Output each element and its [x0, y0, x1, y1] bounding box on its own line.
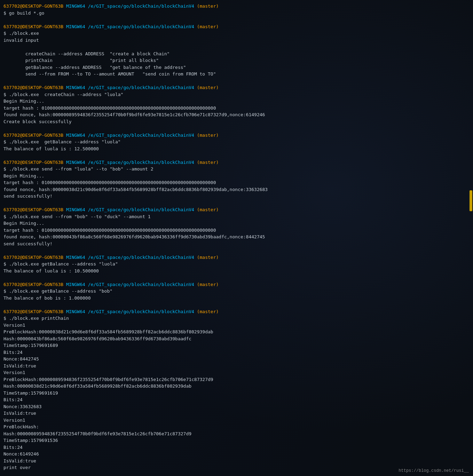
output-nonce-2: Nonce:33632683: [3, 404, 42, 409]
prompt-user-3: 637702@DESKTOP-GONT63B: [3, 85, 63, 90]
prompt-branch-7: (master): [197, 255, 219, 260]
cmd-5: $ ./block.exe send --from "luola" --to "…: [3, 166, 153, 172]
prompt-path-2: MINGW64 /e/GIT_space/go/blockChain/block…: [66, 24, 194, 29]
prompt-user-5: 637702@DESKTOP-GONT63B: [3, 160, 63, 165]
terminal-output: 637702@DESKTOP-GONT63B MINGW64 /e/GIT_sp…: [3, 3, 470, 471]
prompt-user-7: 637702@DESKTOP-GONT63B: [3, 255, 63, 260]
cmd-2: $ ./block.exe: [3, 31, 39, 36]
prompt-branch-5: (master): [197, 160, 219, 165]
output-bits-1: Bits:24: [3, 350, 23, 355]
terminal-window: 637702@DESKTOP-GONT63B MINGW64 /e/GIT_sp…: [0, 0, 473, 476]
prompt-user-4: 637702@DESKTOP-GONT63B: [3, 133, 63, 138]
prompt-branch-4: (master): [197, 133, 219, 138]
output-version-2: Version1: [3, 370, 25, 375]
prompt-path-3: MINGW64 /e/GIT_space/go/blockChain/block…: [66, 85, 194, 90]
prompt-branch-8: (master): [197, 282, 219, 287]
output-help-2: printChain "print all blocks": [3, 58, 159, 63]
prompt-branch-6: (master): [197, 207, 219, 212]
prompt-user-9: 637702@DESKTOP-GONT63B: [3, 309, 63, 314]
scrollbar[interactable]: [470, 190, 472, 211]
output-nonce-3: Nonce:6149246: [3, 451, 39, 457]
prompt-user-8: 637702@DESKTOP-GONT63B: [3, 282, 63, 287]
output-hash-1: Hash:00000043bf86a8c560f68e9826976fd9620…: [3, 336, 191, 341]
output-valid-2: IsValid:true: [3, 411, 36, 416]
prompt-user-2: 637702@DESKTOP-GONT63B: [3, 24, 63, 29]
output-help-3: getBalance --address ADDRESS "get balanc…: [3, 65, 186, 70]
prompt-branch-1: (master): [197, 3, 219, 9]
output-balance-luola-1: The balance of luola is : 12.500000: [3, 146, 99, 151]
prompt-user-6: 637702@DESKTOP-GONT63B: [3, 207, 63, 212]
output-target-1: target hash : 01000000000000000000000000…: [3, 105, 216, 111]
output-send-2: send successfully!: [3, 241, 53, 246]
output-mining-2: Begin Mining...: [3, 173, 44, 178]
output-print-over: print over: [3, 465, 31, 470]
output-invalid: invalid input: [3, 38, 39, 43]
output-version-1: Version1: [3, 323, 25, 328]
prompt-path-4: MINGW64 /e/GIT_space/go/blockChain/block…: [66, 133, 194, 138]
cmd-9: $ ./block.exe printChain: [3, 316, 72, 321]
output-send-1: send successfully!: [3, 193, 53, 199]
output-valid-1: IsValid:true: [3, 363, 36, 368]
output-ts-3: TimeStamp:1579691536: [3, 438, 58, 443]
output-mining-3: Begin Mining...: [3, 221, 44, 226]
output-ts-2: TimeStamp:1579691619: [3, 390, 58, 396]
prompt-path-8: MINGW64 /e/GIT_space/go/blockChain/block…: [66, 282, 194, 287]
prompt-user-1: 637702@DESKTOP-GONT63B: [3, 3, 63, 9]
output-balance-luola-2: The balance of luola is : 10.500000: [3, 268, 99, 273]
output-balance-bob: The balance of bob is : 1.000000: [3, 295, 90, 301]
prompt-branch-3: (master): [197, 85, 219, 90]
output-help-1: createChain --address ADDRESS "create a …: [3, 51, 170, 56]
output-version-3: Version1: [3, 418, 25, 423]
cmd-4: $ ./block.exe getBalance --address "luol…: [3, 139, 121, 144]
prompt-branch-9: (master): [197, 309, 219, 314]
output-bits-2: Bits:24: [3, 397, 23, 402]
prompt-branch-2: (master): [197, 24, 219, 29]
cmd-1: $ go build *.go: [3, 10, 44, 16]
output-preblock-3: PreBlockHash:: [3, 424, 39, 429]
prompt-path-9: MINGW64 /e/GIT_space/go/blockChain/block…: [66, 309, 194, 314]
cmd-3: $ ./block.exe createChain --address "luo…: [3, 92, 123, 97]
cmd-6: $ ./block.exe send --from "bob" --to "du…: [3, 214, 151, 219]
cmd-8: $ ./block.exe getBalance --address "bob": [3, 288, 112, 294]
output-found-3: found nonce, hash:00000043bf86a8c560f68e…: [3, 234, 265, 239]
output-found-1: found nonce, hash:00000089594836f2355254…: [3, 112, 265, 117]
output-nonce-1: Nonce:8442745: [3, 356, 39, 362]
prompt-path-5: MINGW64 /e/GIT_space/go/blockChain/block…: [66, 160, 194, 165]
output-mining-1: Begin Mining...: [3, 98, 44, 104]
output-hash-2: Hash:00000038d21c90d6e8f6df33a584fb56899…: [3, 383, 191, 389]
output-target-2: target hash : 01000000000000000000000000…: [3, 180, 216, 185]
output-preblock-1: PreBlockHash:00000038d21c90d6e8f6df33a58…: [3, 329, 213, 334]
output-hash-3: Hash:00000089594836f2355254f70b0f9bdf6fe…: [3, 431, 191, 436]
prompt-path-6: MINGW64 /e/GIT_space/go/blockChain/block…: [66, 207, 194, 212]
terminal-content: 637702@DESKTOP-GONT63B MINGW64 /e/GIT_sp…: [3, 3, 470, 471]
cmd-7: $ ./block.exe getBalance --address "luol…: [3, 261, 118, 267]
output-preblock-2: PreBlockHash:00000089594836f2355254f70b0…: [3, 377, 213, 382]
output-bits-3: Bits:24: [3, 445, 23, 450]
prompt-path-7: MINGW64 /e/GIT_space/go/blockChain/block…: [66, 255, 194, 260]
output-target-3: target hash : 01000000000000000000000000…: [3, 228, 216, 233]
prompt-path-1: MINGW64 /e/GIT_space/go/blockChain/block…: [66, 3, 194, 9]
output-valid-3: IsValid:true: [3, 458, 36, 463]
output-help-4: send --from FROM --to TO --amount AMOUNT…: [3, 71, 216, 77]
output-ts-1: TimeStamp:1579691689: [3, 343, 58, 348]
output-found-2: found nonce, hash:00000038d21c90d6e8f6df…: [3, 187, 268, 192]
output-create-block: Create block successfully: [3, 119, 72, 124]
